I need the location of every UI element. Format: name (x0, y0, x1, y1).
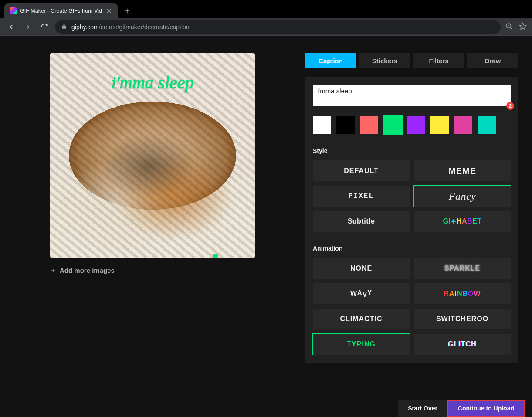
decorate-tabs: CaptionStickersFiltersDraw (305, 53, 518, 68)
caption-overlay[interactable]: i'mma sleep (50, 72, 255, 93)
style-options: DEFAULTMEMEPIXELFancySubtitleGI✦HABET (313, 160, 511, 232)
animation-section-label: Animation (313, 245, 511, 252)
footer-actions: Start Over Continue to Upload (398, 400, 525, 417)
timeline-marker[interactable] (213, 254, 218, 258)
animation-option-typing[interactable]: TYPING (313, 334, 410, 355)
gif-preview[interactable]: i'mma sleep (50, 53, 255, 258)
page-content: i'mma sleep Add more images CaptionStick… (0, 36, 532, 417)
tab-caption[interactable]: Caption (305, 53, 356, 68)
color-swatch[interactable] (336, 116, 355, 134)
lock-icon (61, 23, 67, 31)
animation-option-climactic[interactable]: CLIMACTIC (313, 309, 410, 329)
start-over-button[interactable]: Start Over (398, 400, 447, 417)
style-option-meme[interactable]: MEME (414, 160, 511, 181)
caption-count-badge: 2 (506, 102, 514, 110)
continue-upload-button[interactable]: Continue to Upload (447, 400, 525, 417)
browser-tab[interactable]: GIF Maker - Create GIFs from Vid (4, 3, 118, 18)
new-tab-button[interactable] (121, 5, 133, 17)
color-swatch[interactable] (313, 116, 331, 134)
animation-option-wavy[interactable]: WAVY (313, 283, 410, 304)
style-option-fancy[interactable]: Fancy (414, 186, 511, 207)
browser-chrome: GIF Maker - Create GIFs from Vid giphy.c… (0, 0, 532, 36)
star-icon[interactable] (519, 22, 527, 32)
tab-title: GIF Maker - Create GIFs from Vid (20, 8, 102, 14)
style-option-pixel[interactable]: PIXEL (313, 186, 410, 207)
address-bar[interactable]: giphy.com/create/gifmaker/decorate/capti… (55, 20, 501, 34)
tab-filters[interactable]: Filters (413, 53, 464, 68)
animation-option-glitch[interactable]: GLITCH (414, 334, 511, 355)
color-swatch[interactable] (360, 116, 378, 134)
forward-button[interactable] (22, 21, 34, 33)
browser-toolbar: giphy.com/create/gifmaker/decorate/capti… (0, 18, 532, 36)
animation-option-switcheroo[interactable]: SWITCHEROO (414, 309, 511, 329)
caption-input-wrap: i'mma sleep 2 (313, 85, 511, 106)
caption-panel: i'mma sleep 2 Style DEFAULTMEMEPIXELFanc… (305, 77, 518, 363)
color-swatch[interactable] (407, 116, 425, 134)
style-option-giphabet[interactable]: GI✦HABET (414, 211, 511, 232)
tab-strip: GIF Maker - Create GIFs from Vid (0, 0, 532, 18)
caption-input[interactable]: i'mma sleep (313, 85, 511, 106)
toolbar-right (505, 22, 527, 32)
style-option-default[interactable]: DEFAULT (313, 160, 410, 181)
style-option-subtitle[interactable]: Subtitle (313, 211, 410, 232)
color-swatch[interactable] (454, 116, 472, 134)
controls-column: CaptionStickersFiltersDraw i'mma sleep 2… (305, 53, 518, 417)
animation-option-none[interactable]: NONE (313, 258, 410, 279)
back-button[interactable] (5, 21, 17, 33)
favicon (10, 7, 17, 14)
animation-options: NONESPARKLEWAVYRAINBOWCLIMACTICSWITCHERO… (313, 258, 511, 355)
animation-option-rainbow[interactable]: RAINBOW (414, 283, 511, 304)
zoom-icon[interactable] (505, 22, 513, 32)
tab-draw[interactable]: Draw (467, 53, 518, 68)
close-icon[interactable] (105, 7, 112, 14)
color-swatch[interactable] (478, 116, 496, 134)
style-section-label: Style (313, 147, 511, 154)
color-swatch[interactable] (383, 116, 402, 134)
animation-option-sparkle[interactable]: SPARKLE (414, 258, 511, 279)
preview-column: i'mma sleep Add more images (0, 53, 305, 417)
add-more-images-button[interactable]: Add more images (50, 267, 115, 274)
add-more-label: Add more images (60, 267, 115, 274)
url-text: giphy.com/create/gifmaker/decorate/capti… (71, 24, 190, 31)
reload-button[interactable] (38, 21, 51, 33)
color-swatch[interactable] (430, 116, 449, 134)
color-swatches (313, 116, 511, 134)
tab-stickers[interactable]: Stickers (359, 53, 410, 68)
